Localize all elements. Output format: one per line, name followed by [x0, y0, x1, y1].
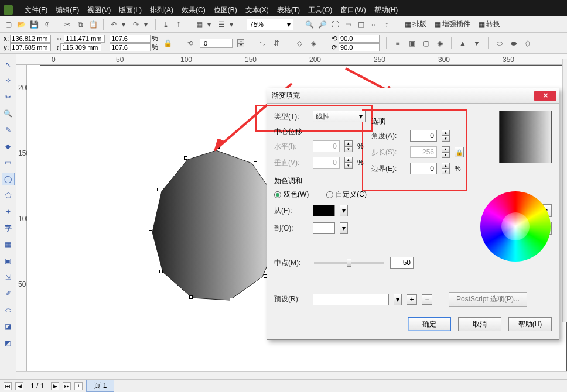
x-input[interactable] — [10, 35, 51, 43]
redo-dropdown-icon[interactable]: ▾ — [144, 20, 150, 29]
type-combo[interactable]: 线性▾ — [313, 111, 366, 122]
layout-button[interactable]: ▦排版 — [402, 19, 429, 30]
open-icon[interactable]: 📂 — [16, 20, 26, 29]
outline-icon[interactable]: ⬭ — [495, 39, 504, 48]
copy-icon[interactable]: ⧉ — [76, 20, 85, 29]
zoom-fit-icon[interactable]: ⛶ — [330, 20, 340, 29]
preset-remove-button[interactable]: − — [422, 294, 432, 305]
menu-edit[interactable]: 编辑(E) — [56, 5, 79, 15]
welcome-icon[interactable]: ☰ — [217, 20, 226, 29]
page-next-icon[interactable]: ▶ — [51, 382, 59, 390]
a-up[interactable]: ▴ — [442, 130, 450, 136]
scale-y-input[interactable] — [110, 43, 151, 51]
mirror-v-icon[interactable]: ⇵ — [272, 39, 281, 48]
ang2-input[interactable] — [339, 43, 380, 51]
selected-polygon[interactable] — [149, 147, 284, 305]
app-launcher-icon[interactable]: ▦ — [194, 20, 204, 29]
undo-icon[interactable]: ↶ — [109, 20, 118, 29]
plugin-button[interactable]: ▦增强插件 — [432, 19, 473, 30]
zoom-all-icon[interactable]: ◫ — [356, 20, 366, 29]
preset-add-button[interactable]: + — [407, 294, 417, 305]
align-icon[interactable]: ≡ — [393, 39, 402, 48]
new-icon[interactable]: ▢ — [4, 20, 13, 29]
transform2-icon[interactable]: ◈ — [309, 39, 318, 48]
chevron-down-icon[interactable]: ▾ — [340, 205, 348, 216]
menu-view[interactable]: 视图(V) — [87, 5, 111, 15]
page-prev-icon[interactable]: ◀ — [15, 382, 23, 390]
zoom-width-icon[interactable]: ↔ — [369, 20, 378, 29]
chevron-down-icon[interactable]: ▾ — [394, 294, 402, 305]
midpoint-slider[interactable] — [314, 262, 384, 264]
redo-icon[interactable]: ↷ — [131, 20, 141, 29]
menu-text[interactable]: 文本(X) — [245, 5, 269, 15]
ang1-input[interactable] — [339, 35, 380, 43]
crop-tool-icon[interactable]: ✂ — [2, 91, 15, 104]
group-icon[interactable]: ▣ — [407, 39, 416, 48]
menu-tools[interactable]: 工具(O) — [308, 5, 332, 15]
y-input[interactable] — [10, 43, 51, 51]
connector-tool-icon[interactable]: ⇲ — [2, 271, 15, 284]
zoom-combo[interactable]: 75%▾ — [247, 19, 293, 30]
combine-icon[interactable]: ◉ — [435, 39, 445, 48]
menu-file[interactable]: 文件(F) — [25, 5, 47, 15]
help-button[interactable]: 帮助(H) — [508, 317, 552, 331]
welcome-dd-icon[interactable]: ▾ — [230, 20, 235, 29]
rot-up[interactable]: ▴ — [237, 39, 244, 43]
basic-shapes-icon[interactable]: ✦ — [2, 205, 15, 218]
transform-icon[interactable]: ◇ — [295, 39, 304, 48]
rectangle-tool-icon[interactable]: ▭ — [2, 156, 15, 169]
outline-tool-icon[interactable]: ⬭ — [2, 304, 15, 317]
cancel-button[interactable]: 取消 — [458, 317, 501, 331]
menu-layout[interactable]: 版面(L) — [119, 5, 142, 15]
polygon-tool-icon[interactable]: ⬠ — [2, 189, 15, 202]
outline3-icon[interactable]: ⬯ — [523, 39, 532, 48]
ellipse-tool-icon[interactable]: ◯ — [2, 173, 15, 185]
horizontal-scrollbar[interactable] — [16, 371, 567, 379]
tofront-icon[interactable]: ▲ — [458, 39, 467, 48]
print-icon[interactable]: 🖨 — [42, 20, 52, 29]
close-icon[interactable]: ✕ — [534, 91, 556, 101]
undo-dropdown-icon[interactable]: ▾ — [122, 20, 128, 29]
zoom-page-icon[interactable]: ▭ — [343, 20, 353, 29]
smartfill-tool-icon[interactable]: ◆ — [2, 140, 15, 153]
scale-x-input[interactable] — [110, 35, 151, 43]
ungroup-icon[interactable]: ▢ — [421, 39, 431, 48]
zoom-out-icon[interactable]: 🔎 — [317, 20, 327, 29]
fill-tool-icon[interactable]: ◪ — [2, 320, 15, 333]
cut-icon[interactable]: ✂ — [63, 20, 72, 29]
interactive-fill-icon[interactable]: ◩ — [2, 336, 15, 349]
convert-button[interactable]: ▦转换 — [476, 19, 503, 30]
shape-tool-icon[interactable]: ✧ — [2, 74, 15, 87]
page-tab[interactable]: 页 1 — [86, 380, 114, 392]
lock-icon[interactable]: 🔒 — [455, 147, 464, 157]
preset-combo[interactable] — [313, 294, 389, 305]
rotation-input[interactable] — [200, 39, 233, 48]
e-up[interactable]: ▴ — [442, 163, 450, 169]
color-wheel[interactable] — [480, 191, 551, 262]
custom-radio[interactable]: 自定义(C) — [326, 190, 367, 200]
lock-ratio-icon[interactable]: 🔒 — [163, 39, 172, 48]
text-tool-icon[interactable]: 字 — [2, 222, 15, 235]
dimension-tool-icon[interactable]: ▣ — [2, 255, 15, 267]
page-first-icon[interactable]: ⏮ — [4, 382, 12, 390]
height-input[interactable] — [60, 43, 101, 51]
docker-collapsed[interactable] — [562, 59, 567, 322]
menu-effects[interactable]: 效果(C) — [182, 5, 206, 15]
menu-arrange[interactable]: 排列(A) — [150, 5, 173, 15]
page-add-icon[interactable]: + — [74, 382, 83, 390]
midpoint-input[interactable] — [390, 257, 414, 269]
to-color-swatch[interactable] — [313, 222, 335, 234]
angle-input[interactable] — [410, 130, 437, 142]
menu-help[interactable]: 帮助(H) — [374, 5, 398, 15]
chevron-down-icon[interactable]: ▾ — [340, 222, 348, 234]
menu-table[interactable]: 表格(T) — [277, 5, 300, 15]
paste-icon[interactable]: 📋 — [88, 20, 98, 29]
menu-window[interactable]: 窗口(W) — [340, 5, 366, 15]
two-color-radio[interactable]: 双色(W) — [274, 190, 309, 200]
app-dd-icon[interactable]: ▾ — [207, 20, 213, 29]
page-last-icon[interactable]: ⏭ — [63, 382, 71, 390]
from-color-swatch[interactable] — [313, 205, 335, 216]
width-input[interactable] — [64, 35, 105, 43]
eyedropper-tool-icon[interactable]: ✐ — [2, 287, 15, 300]
freehand-tool-icon[interactable]: ✎ — [2, 123, 15, 136]
